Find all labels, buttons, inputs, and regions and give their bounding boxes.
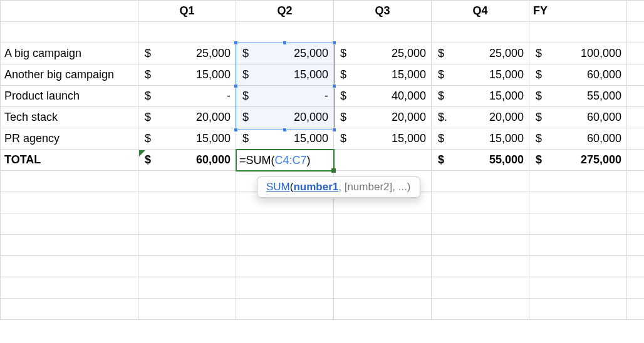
cell-blank[interactable] xyxy=(138,22,236,43)
row-label[interactable]: Another big campaign xyxy=(1,64,138,86)
cell-blank[interactable] xyxy=(529,256,627,277)
cell-q1[interactable]: $- xyxy=(138,86,236,107)
cell-blank[interactable] xyxy=(432,171,529,192)
cell-q1[interactable]: $20,000 xyxy=(138,107,236,128)
cell-blank[interactable] xyxy=(1,299,138,320)
cell-blank[interactable] xyxy=(138,192,236,213)
cell-q2[interactable]: $15,000 xyxy=(236,64,334,86)
cell-q4[interactable]: $15,000 xyxy=(432,128,529,150)
cell-q2[interactable]: $- xyxy=(236,86,334,107)
cell-blank[interactable] xyxy=(627,213,645,235)
total-q4[interactable]: $55,000 xyxy=(432,150,529,171)
cell-blank[interactable] xyxy=(529,277,627,299)
cell-q3[interactable]: $15,000 xyxy=(334,64,432,86)
total-fy[interactable]: $275,000 xyxy=(529,150,627,171)
cell-blank[interactable] xyxy=(529,171,627,192)
cell-blank[interactable] xyxy=(334,299,432,320)
cell-q2[interactable]: $20,000 xyxy=(236,107,334,128)
cell-blank[interactable] xyxy=(236,256,334,277)
cell-blank[interactable] xyxy=(627,1,645,22)
cell-blank[interactable] xyxy=(627,171,645,192)
cell-q2[interactable]: $25,000 xyxy=(236,43,334,64)
cell-blank[interactable] xyxy=(432,22,529,43)
cell-blank[interactable] xyxy=(529,22,627,43)
cell-blank[interactable] xyxy=(627,43,645,64)
cell-blank[interactable] xyxy=(627,235,645,256)
cell-fy[interactable]: $60,000 xyxy=(529,64,627,86)
cell-q3[interactable]: $15,000 xyxy=(334,128,432,150)
cell-blank[interactable] xyxy=(627,277,645,299)
cell-q3[interactable]: $25,000 xyxy=(334,43,432,64)
cell-blank[interactable] xyxy=(1,256,138,277)
fill-handle-icon[interactable] xyxy=(331,168,336,173)
header-q1[interactable]: Q1 xyxy=(138,1,236,22)
row-label[interactable]: Product launch xyxy=(1,86,138,107)
cell-blank[interactable] xyxy=(529,213,627,235)
cell-blank[interactable] xyxy=(1,171,138,192)
cell-blank[interactable] xyxy=(1,213,138,235)
cell-q4[interactable]: $25,000 xyxy=(432,43,529,64)
formula-tooltip[interactable]: SUM(number1, [number2], ...) xyxy=(257,177,420,198)
total-q1[interactable]: $60,000 xyxy=(138,150,236,171)
total-q3[interactable] xyxy=(334,150,432,171)
cell-blank[interactable] xyxy=(627,256,645,277)
header-q4[interactable]: Q4 xyxy=(432,1,529,22)
error-indicator-icon[interactable] xyxy=(139,150,145,156)
total-label[interactable]: TOTAL xyxy=(1,150,138,171)
cell-fy[interactable]: $55,000 xyxy=(529,86,627,107)
cell-blank[interactable] xyxy=(529,192,627,213)
cell-blank[interactable] xyxy=(529,235,627,256)
cell-q4[interactable]: $.20,000 xyxy=(432,107,529,128)
cell-q1[interactable]: $25,000 xyxy=(138,43,236,64)
cell-blank[interactable] xyxy=(334,22,432,43)
header-q2[interactable]: Q2 xyxy=(236,1,334,22)
cell-q1[interactable]: $15,000 xyxy=(138,128,236,150)
cell-blank[interactable] xyxy=(432,192,529,213)
cell-blank[interactable] xyxy=(236,277,334,299)
cell-blank[interactable] xyxy=(627,64,645,86)
cell-blank[interactable] xyxy=(432,277,529,299)
cell-blank[interactable] xyxy=(432,235,529,256)
cell-blank[interactable] xyxy=(627,86,645,107)
row-label[interactable]: PR agency xyxy=(1,128,138,150)
cell-q3[interactable]: $20,000 xyxy=(334,107,432,128)
formula-input[interactable]: =SUM(C4:C7) xyxy=(236,149,335,172)
cell-blank[interactable] xyxy=(138,277,236,299)
cell-blank[interactable] xyxy=(1,277,138,299)
cell-q4[interactable]: $15,000 xyxy=(432,86,529,107)
cell-blank[interactable] xyxy=(1,1,138,22)
row-label[interactable]: Tech stack xyxy=(1,107,138,128)
cell-blank[interactable] xyxy=(334,213,432,235)
cell-q3[interactable]: $40,000 xyxy=(334,86,432,107)
cell-blank[interactable] xyxy=(138,171,236,192)
cell-blank[interactable] xyxy=(432,256,529,277)
header-q3[interactable]: Q3 xyxy=(334,1,432,22)
tooltip-arg-current[interactable]: number1 xyxy=(293,181,338,193)
cell-blank[interactable] xyxy=(529,299,627,320)
cell-blank[interactable] xyxy=(236,235,334,256)
cell-fy[interactable]: $100,000 xyxy=(529,43,627,64)
cell-blank[interactable] xyxy=(236,213,334,235)
cell-blank[interactable] xyxy=(627,107,645,128)
cell-blank[interactable] xyxy=(627,299,645,320)
header-fy[interactable]: FY xyxy=(529,1,627,22)
cell-blank[interactable] xyxy=(627,22,645,43)
cell-blank[interactable] xyxy=(138,299,236,320)
cell-blank[interactable] xyxy=(627,150,645,171)
row-label[interactable]: A big campaign xyxy=(1,43,138,64)
cell-blank[interactable] xyxy=(334,256,432,277)
cell-blank[interactable] xyxy=(138,256,236,277)
cell-blank[interactable] xyxy=(432,299,529,320)
cell-q2[interactable]: $15,000 xyxy=(236,128,334,150)
cell-blank[interactable] xyxy=(627,128,645,150)
cell-blank[interactable] xyxy=(1,235,138,256)
cell-blank[interactable] xyxy=(236,299,334,320)
cell-blank[interactable] xyxy=(138,235,236,256)
cell-fy[interactable]: $60,000 xyxy=(529,128,627,150)
cell-q1[interactable]: $15,000 xyxy=(138,64,236,86)
cell-blank[interactable] xyxy=(627,192,645,213)
cell-blank[interactable] xyxy=(334,235,432,256)
cell-blank[interactable] xyxy=(1,22,138,43)
cell-blank[interactable] xyxy=(236,22,334,43)
cell-q4[interactable]: $15,000 xyxy=(432,64,529,86)
